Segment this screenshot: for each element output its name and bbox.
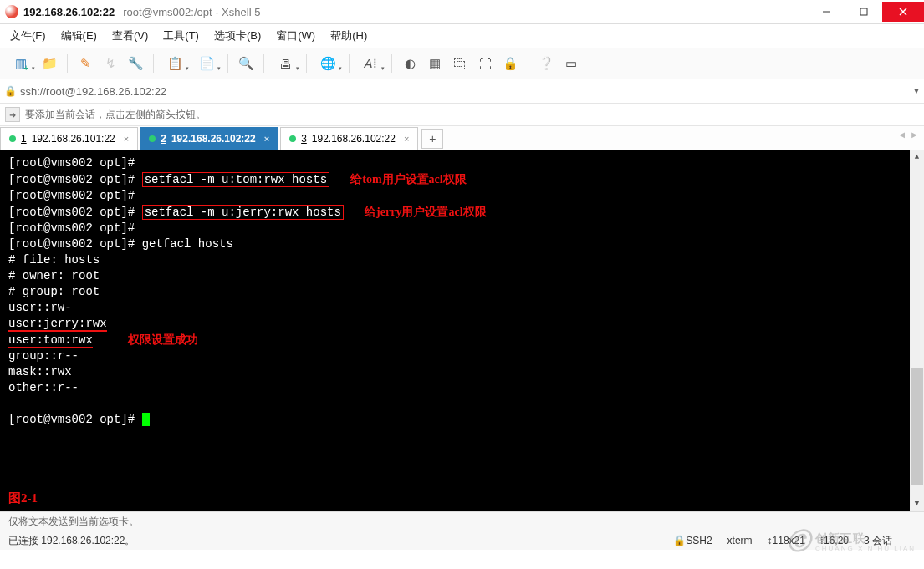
address-bar: 🔒 ssh://root@192.168.26.102:22 ▼: [0, 79, 924, 104]
maximize-button[interactable]: [845, 2, 882, 22]
annotation-1: 给tom用户设置acl权限: [350, 173, 466, 185]
scroll-thumb[interactable]: [911, 368, 923, 485]
tab-number: 2: [161, 133, 166, 145]
tab-close-icon[interactable]: ×: [264, 134, 269, 144]
new-session-button[interactable]: ▥+▾: [7, 53, 35, 74]
tile-button[interactable]: ▦: [424, 53, 446, 74]
tab-number: 3: [301, 133, 307, 145]
info-bar: ➜ 要添加当前会话，点击左侧的箭头按钮。: [0, 104, 924, 126]
status-dot-icon: [149, 135, 156, 142]
app-logo-icon: [5, 5, 18, 18]
paste-button[interactable]: 📄▾: [192, 53, 221, 74]
menu-tools[interactable]: 工具(T): [163, 28, 199, 43]
annotation-2: 给jerry用户设置acl权限: [365, 206, 486, 218]
close-button[interactable]: [882, 2, 924, 22]
disconnect-button[interactable]: ↯: [100, 53, 121, 74]
tab-label: 192.168.26.101:22: [32, 133, 115, 145]
menu-file[interactable]: 文件(F): [10, 28, 46, 43]
tab-prev-icon[interactable]: ◄: [897, 130, 906, 140]
toggle-pane-button[interactable]: ▭: [560, 53, 582, 74]
figure-label: 图2-1: [8, 490, 38, 506]
menu-tab[interactable]: 选项卡(B): [214, 28, 261, 43]
lock-icon: 🔒: [0, 85, 20, 97]
menu-view[interactable]: 查看(V): [112, 28, 148, 43]
tab-label: 192.168.26.102:22: [312, 133, 396, 145]
toolbar: ▥+▾ 📁 ✎ ↯ 🔧 📋▾ 📄▾ 🔍 🖶▾ 🌐▾ A⁞▾ ◐ ▦ ⿻ ⛶ 🔒 …: [0, 48, 924, 79]
svg-rect-1: [860, 8, 867, 15]
session-tab-2[interactable]: 2 192.168.26.102:22 ×: [140, 127, 278, 150]
session-tab-1[interactable]: 1 192.168.26.101:22 ×: [0, 127, 138, 150]
minimize-button[interactable]: [807, 2, 845, 22]
tab-nav: ◄ ►: [897, 130, 919, 140]
status-bar: 已连接 192.168.26.102:22。 🔒 SSH2 xterm ↕ 11…: [0, 531, 924, 550]
xftp-button[interactable]: 🌐▾: [314, 53, 342, 74]
acl-entry-jerry: user:jerry:rwx: [8, 317, 107, 332]
terminal-cursor-icon: [142, 413, 150, 426]
terminal-scrollbar[interactable]: ▲ ▼: [910, 150, 924, 511]
session-tab-3[interactable]: 3 192.168.26.102:22 ×: [280, 127, 418, 150]
footer-info: 仅将文本发送到当前选项卡。: [8, 515, 139, 529]
new-tab-button[interactable]: +: [421, 129, 443, 149]
session-count-status: 3 会话: [864, 534, 892, 548]
annotation-3: 权限设置成功: [128, 333, 198, 346]
find-button[interactable]: 🔍: [235, 53, 257, 74]
tab-next-icon[interactable]: ►: [910, 130, 919, 140]
acl-entry-tom: user:tom:rwx: [8, 333, 93, 348]
fullscreen-button[interactable]: ⛶: [474, 53, 496, 74]
menu-edit[interactable]: 编辑(E): [61, 28, 97, 43]
help-button[interactable]: ❔: [535, 53, 557, 74]
tab-close-icon[interactable]: ×: [404, 134, 409, 144]
status-dot-icon: [9, 135, 16, 142]
scroll-up-icon[interactable]: ▲: [910, 150, 924, 165]
reconnect-button[interactable]: ✎: [74, 53, 96, 74]
term-type-status: xterm: [727, 535, 753, 546]
tab-label: 192.168.26.102:22: [171, 133, 256, 145]
copy-button[interactable]: 📋▾: [161, 53, 189, 74]
add-session-arrow-button[interactable]: ➜: [5, 107, 20, 122]
menu-help[interactable]: 帮助(H): [330, 28, 367, 43]
open-button[interactable]: 📁: [38, 53, 60, 74]
font-button[interactable]: A⁞▾: [356, 53, 385, 74]
print-button[interactable]: 🖶▾: [271, 53, 299, 74]
address-input[interactable]: ssh://root@192.168.26.102:22: [20, 85, 909, 98]
protocol-status: 🔒 SSH2: [673, 535, 712, 546]
properties-button[interactable]: 🔧: [125, 53, 146, 74]
tab-number: 1: [21, 133, 27, 145]
command-highlight-1: setfacl -m u:tom:rwx hosts: [142, 172, 329, 187]
window-title-primary: 192.168.26.102:22: [23, 6, 115, 18]
lock-button[interactable]: 🔒: [499, 53, 521, 74]
info-text: 要添加当前会话，点击左侧的箭头按钮。: [25, 108, 206, 122]
menu-window[interactable]: 窗口(W): [276, 28, 315, 43]
status-dot-icon: [289, 135, 296, 142]
terminal-output[interactable]: [root@vms002 opt]# [root@vms002 opt]# se…: [0, 150, 924, 511]
cascade-button[interactable]: ⿻: [449, 53, 471, 74]
color-scheme-button[interactable]: ◐: [399, 53, 421, 74]
title-bar: 192.168.26.102:22 root@vms002:/opt - Xsh…: [0, 0, 924, 24]
tab-bar: 1 192.168.26.101:22 × 2 192.168.26.102:2…: [0, 126, 924, 150]
scroll-down-icon[interactable]: ▼: [910, 497, 924, 511]
connection-status: 已连接 192.168.26.102:22。: [8, 534, 135, 548]
cursor-pos-status: ⁞ 16,20: [820, 535, 849, 546]
tab-close-icon[interactable]: ×: [124, 134, 129, 144]
size-status: ↕ 118x21: [768, 535, 805, 546]
window-title-secondary: root@vms002:/opt - Xshell 5: [123, 6, 260, 18]
footer-line-1: 仅将文本发送到当前选项卡。: [0, 511, 924, 531]
address-dropdown[interactable]: ▼: [909, 87, 924, 95]
menu-bar: 文件(F) 编辑(E) 查看(V) 工具(T) 选项卡(B) 窗口(W) 帮助(…: [0, 24, 924, 48]
command-highlight-2: setfacl -m u:jerry:rwx hosts: [142, 205, 344, 220]
